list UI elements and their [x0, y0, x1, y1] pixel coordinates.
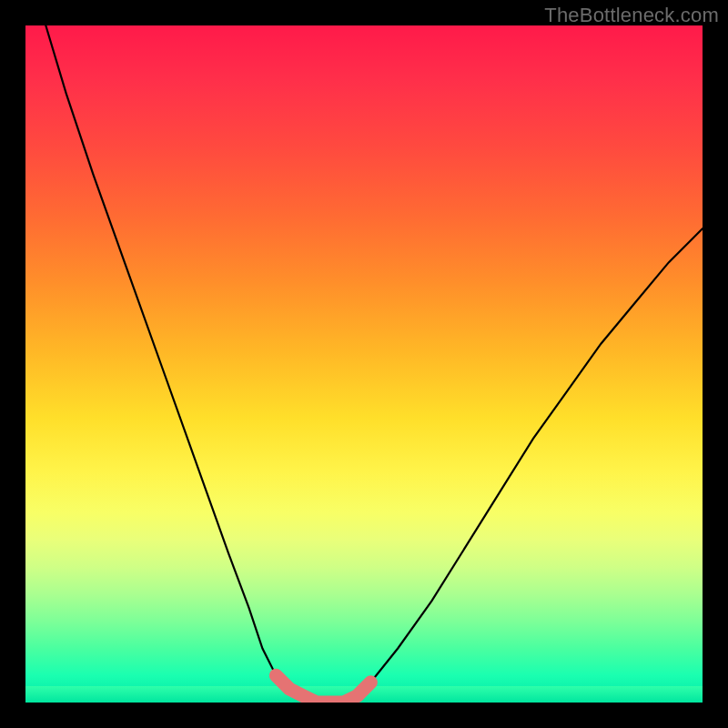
plot-area: [25, 25, 703, 703]
bottleneck-curve: [46, 25, 703, 703]
chart-frame: TheBottleneck.com: [0, 0, 728, 728]
watermark-text: TheBottleneck.com: [544, 4, 719, 27]
chart-svg: [25, 25, 703, 703]
highlight-segment: [276, 675, 370, 703]
